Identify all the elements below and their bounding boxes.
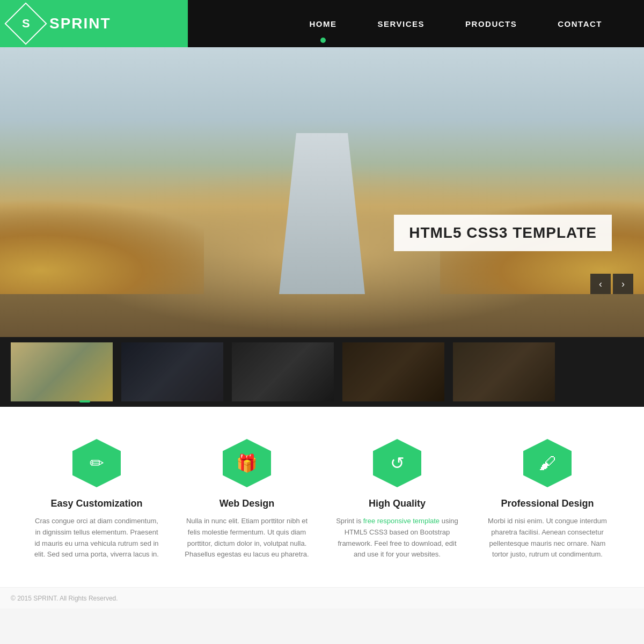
footer-text: © 2015 SPRINT. All Rights Reserved. bbox=[11, 595, 118, 602]
hero-next-button[interactable]: › bbox=[613, 274, 633, 294]
footer: © 2015 SPRINT. All Rights Reserved. bbox=[0, 587, 644, 609]
thumbnail-4[interactable] bbox=[342, 342, 444, 401]
webdesign-icon: 🎁 bbox=[223, 439, 271, 487]
main-nav: HOME SERVICES PRODUCTS CONTACT bbox=[188, 0, 644, 47]
webdesign-text: Nulla in nunc elit. Etiam porttitor nibh… bbox=[182, 516, 311, 560]
feature-professional: 🖌 Professional Design Morbi id nisi enim… bbox=[483, 439, 612, 560]
logo-diamond: S bbox=[4, 2, 47, 45]
logo-letter: S bbox=[22, 17, 30, 31]
customization-icon: ✏ bbox=[72, 439, 121, 487]
feature-highquality: ↺ High Quality Sprint is free responsive… bbox=[333, 439, 462, 560]
grass-left bbox=[0, 176, 204, 294]
header: S SPRINT HOME SERVICES PRODUCTS CONTACT bbox=[0, 0, 644, 47]
nav-contact[interactable]: CONTACT bbox=[537, 0, 623, 47]
nav-products[interactable]: PRODUCTS bbox=[445, 0, 537, 47]
highquality-title: High Quality bbox=[333, 498, 462, 509]
logo-area: S SPRINT bbox=[0, 0, 188, 47]
thumbnail-strip bbox=[0, 337, 644, 407]
highquality-text: Sprint is free responsive template using… bbox=[333, 516, 462, 560]
thumb-overlay-5 bbox=[453, 342, 555, 401]
logo-text: SPRINT bbox=[49, 15, 111, 32]
thumb-overlay-3 bbox=[232, 342, 334, 401]
thumbnail-5[interactable] bbox=[453, 342, 555, 401]
nav-home[interactable]: HOME bbox=[289, 0, 357, 47]
customization-text: Cras congue orci at diam condimentum, in… bbox=[32, 516, 161, 560]
free-template-link[interactable]: free responsive template bbox=[363, 517, 440, 525]
highquality-icon: ↺ bbox=[373, 439, 421, 487]
professional-icon: 🖌 bbox=[523, 439, 572, 487]
customization-title: Easy Customization bbox=[32, 498, 161, 509]
hero-prev-button[interactable]: ‹ bbox=[590, 274, 611, 294]
thumb-overlay-2 bbox=[121, 342, 223, 401]
thumbnail-2[interactable] bbox=[121, 342, 223, 401]
stairs-image bbox=[274, 122, 370, 294]
nav-services[interactable]: SERVICES bbox=[357, 0, 445, 47]
professional-title: Professional Design bbox=[483, 498, 612, 509]
thumbnail-3[interactable] bbox=[232, 342, 334, 401]
thumb-overlay-4 bbox=[342, 342, 444, 401]
thumb-overlay-1 bbox=[11, 342, 113, 401]
professional-text: Morbi id nisi enim. Ut congue interdum p… bbox=[483, 516, 612, 560]
hero-label: HTML5 CSS3 TEMPLATE bbox=[394, 215, 612, 251]
feature-webdesign: 🎁 Web Design Nulla in nunc elit. Etiam p… bbox=[182, 439, 311, 560]
hero-section: HTML5 CSS3 TEMPLATE ‹ › bbox=[0, 47, 644, 337]
thumbnail-1[interactable] bbox=[11, 342, 113, 401]
webdesign-title: Web Design bbox=[182, 498, 311, 509]
features-section: ✏ Easy Customization Cras congue orci at… bbox=[0, 407, 644, 587]
feature-customization: ✏ Easy Customization Cras congue orci at… bbox=[32, 439, 161, 560]
hero-nav-buttons: ‹ › bbox=[590, 274, 633, 294]
